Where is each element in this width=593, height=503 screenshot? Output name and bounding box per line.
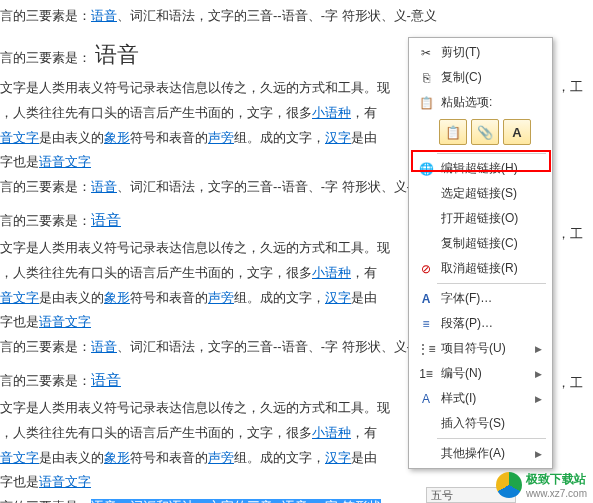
menu-paragraph[interactable]: ≡ 段落(P)… [411,311,550,336]
text-line: 言的三要素是：语音、词汇和语法，文字的三音--语音、-字 符形状、义-意义 [0,6,593,27]
link-shengpang[interactable]: 声旁 [208,130,234,145]
font-icon: A [417,291,435,307]
style-icon: A [417,391,435,407]
bullets-icon: ⋮≡ [417,341,435,357]
watermark: 极致下载站 www.xz7.com [496,471,587,499]
heading-text: 语音 [95,42,139,67]
link-yuyinwenzi[interactable]: 语音文字 [39,154,91,169]
menu-remove-hyperlink[interactable]: ⊘ 取消超链接(R) [411,256,550,281]
menu-cut[interactable]: ✂ 剪切(T) [411,40,550,65]
menu-font[interactable]: A 字体(F)… [411,286,550,311]
menu-select-hyperlink[interactable]: 选定超链接(S) [411,181,550,206]
text-selection[interactable]: 语音、词汇和语法，文字的三音--语音、-字 符形状 [91,499,381,503]
remove-link-icon: ⊘ [417,261,435,277]
menu-other[interactable]: 其他操作(A) ▶ [411,441,550,466]
link-hanzi[interactable]: 汉字 [325,130,351,145]
menu-edit-hyperlink[interactable]: 🌐 编辑超链接(H)… [411,156,550,181]
right-text-col: ，工 ，工 ，工 [557,77,583,393]
paragraph-icon: ≡ [417,316,435,332]
menu-open-hyperlink[interactable]: 打开超链接(O) [411,206,550,231]
link-xiangxing[interactable]: 象形 [104,130,130,145]
clipboard-icon: 📋 [417,95,435,111]
copy-icon: ⎘ [417,70,435,86]
numbering-icon: 1≡ [417,366,435,382]
scissors-icon: ✂ [417,45,435,61]
heading-link[interactable]: 语音 [91,211,121,228]
menu-style[interactable]: A 样式(I) ▶ [411,386,550,411]
menu-paste-options[interactable]: 📋 粘贴选项: [411,90,550,115]
menu-copy[interactable]: ⎘ 复制(C) [411,65,550,90]
globe-link-icon: 🌐 [417,161,435,177]
paste-merge-formatting[interactable]: 📎 [471,119,499,145]
menu-copy-hyperlink[interactable]: 复制超链接(C) [411,231,550,256]
chevron-right-icon: ▶ [535,344,542,354]
menu-insert-symbol[interactable]: 插入符号(S) [411,411,550,436]
watermark-logo-icon [496,472,522,498]
menu-separator [437,153,546,154]
paste-keep-formatting[interactable]: 📋 [439,119,467,145]
menu-numbering[interactable]: 1≡ 编号(N) ▶ [411,361,550,386]
link-xiaoyuzhong[interactable]: 小语种 [312,105,351,120]
link-yuyin[interactable]: 语音 [91,8,117,23]
link-yinwenzi[interactable]: 音文字 [0,130,39,145]
context-menu: ✂ 剪切(T) ⎘ 复制(C) 📋 粘贴选项: 📋 📎 A 🌐 编辑超链接(H)… [408,37,553,469]
paste-options-row: 📋 📎 A [411,115,550,151]
menu-bullets[interactable]: ⋮≡ 项目符号(U) ▶ [411,336,550,361]
link-yuyin[interactable]: 语音 [91,179,117,194]
paste-text-only[interactable]: A [503,119,531,145]
